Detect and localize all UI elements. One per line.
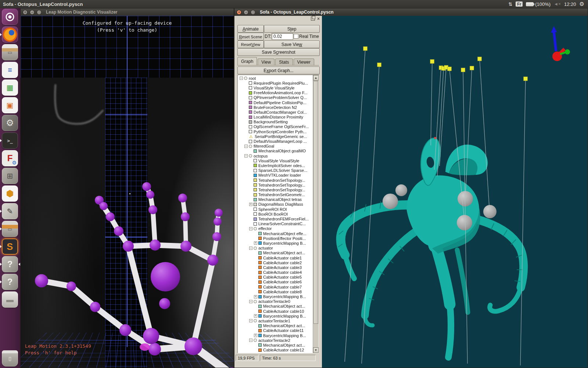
tree-item[interactable]: LinearSolverConstraintC... <box>239 222 313 226</box>
tab-graph[interactable]: Graph <box>237 57 257 66</box>
libreoffice-writer-icon[interactable]: ≡ <box>2 62 18 78</box>
tree-item[interactable]: DefaultVisualManagerLoop ... <box>239 139 313 144</box>
dock-item-terminal[interactable]: >_ <box>0 132 20 149</box>
battery-icon[interactable] <box>526 2 534 6</box>
tree-item[interactable]: −actuatorTentacle0 <box>239 299 313 304</box>
maximize-button[interactable]: □ <box>251 10 255 15</box>
tree-item[interactable]: CableActuator cable4 <box>239 270 313 275</box>
tree-item[interactable]: −effector <box>239 226 313 231</box>
updown-arrows-icon[interactable]: ⇅ <box>508 1 512 7</box>
tree-item[interactable]: MechanicalObject act... <box>239 323 313 328</box>
tree-item[interactable]: BruteForceDetection N2 <box>239 105 313 110</box>
tree-item[interactable]: MeshVTKLoader loader <box>239 173 313 178</box>
tree-item[interactable]: TetrahedronSetTopology... <box>239 187 313 192</box>
tree-scrollbar[interactable]: ▲ ▼ <box>313 75 319 353</box>
tree-expander-icon[interactable]: − <box>244 145 248 148</box>
tree-item[interactable]: MechanicalObject act... <box>239 343 313 347</box>
tree-item[interactable]: SparseLDLSolver Sparse... <box>239 168 313 173</box>
dock-item-freecad[interactable]: F <box>0 149 20 167</box>
undock-panel-icon[interactable] <box>311 17 315 21</box>
tree-item[interactable]: TetrahedronFEMForceFiel... <box>239 216 313 221</box>
unknown-app-1-icon[interactable]: ? <box>2 256 18 272</box>
tree-expander-icon[interactable]: − <box>249 300 252 303</box>
dock-item-archive-manager[interactable]: ▭ <box>0 220 20 238</box>
tab-viewer[interactable]: Viewer <box>294 59 314 66</box>
dock-item-color-hexagon[interactable]: ⬢ <box>0 185 20 202</box>
tree-item[interactable]: CableActuator cable10 <box>239 309 313 314</box>
tree-item[interactable]: CableActuator cable7 <box>239 284 313 289</box>
tree-item[interactable]: VisualStyle VisualStyle <box>239 158 313 163</box>
sofa-titlebar[interactable]: × − □ Sofa - Octopus_LeapControl.pyscn <box>234 8 588 16</box>
dock-item-unknown-app-1[interactable]: ? <box>0 255 20 273</box>
volume-muted-icon[interactable]: ◄× <box>554 1 561 7</box>
tree-item[interactable]: MechanicalObject goalMO <box>239 149 313 153</box>
minimize-button[interactable]: − <box>244 10 248 15</box>
tree-item[interactable]: +BarycentricMapping B... <box>239 241 313 245</box>
tree-expander-icon[interactable]: + <box>249 203 252 206</box>
dock-item-hard-disk[interactable]: ▬ <box>0 291 20 308</box>
archive-manager-icon[interactable]: ▭ <box>2 221 18 237</box>
freecad-icon[interactable]: F <box>2 150 18 166</box>
tree-item[interactable]: −octopus <box>239 153 313 158</box>
tree-item[interactable]: MechanicalObject tetras <box>239 197 313 202</box>
dock-item-workspace-switcher[interactable]: ⊞ <box>0 167 20 185</box>
dock-item-trash[interactable]: ▯ <box>0 350 20 367</box>
tree-item[interactable]: −root <box>239 76 313 81</box>
tree-item[interactable]: BoxROI BoxROI <box>239 212 313 216</box>
maximize-button[interactable]: □ <box>37 10 42 15</box>
leap-3d-view[interactable]: Configured for up-facing device (Press '… <box>21 16 234 368</box>
tree-item[interactable]: −actuatorTentacle2 <box>239 338 313 343</box>
dash-home-icon[interactable] <box>2 9 18 25</box>
tree-expander-icon[interactable]: − <box>244 154 248 158</box>
tree-item[interactable]: −actuator <box>239 246 313 251</box>
tree-expander-icon[interactable]: + <box>254 241 257 245</box>
leap-titlebar[interactable]: × − □ Leap Motion Diagnostic Visualizer <box>21 8 234 16</box>
close-button[interactable]: × <box>237 10 241 15</box>
tree-expander-icon[interactable]: + <box>254 295 257 298</box>
export-graph-button[interactable]: Export Graph... <box>237 67 320 74</box>
tree-expander-icon[interactable]: + <box>254 314 257 318</box>
libreoffice-calc-icon[interactable]: ▦ <box>2 79 18 96</box>
scrollbar-thumb[interactable] <box>313 81 318 324</box>
dock-item-sofa[interactable]: S <box>0 238 20 255</box>
tree-item[interactable]: CableActuator cable12 <box>239 348 313 353</box>
scroll-down-icon[interactable]: ▼ <box>313 347 319 353</box>
dock-item-libreoffice-calc[interactable]: ▦ <box>0 79 20 96</box>
dock-item-system-settings[interactable]: ⚙ <box>0 114 20 132</box>
tree-item[interactable]: MechanicalObject act... <box>239 304 313 309</box>
dock-item-firefox[interactable] <box>0 26 20 43</box>
system-settings-icon[interactable]: ⚙ <box>2 115 18 131</box>
tree-item[interactable]: +BarycentricMapping B... <box>239 314 313 318</box>
session-gear-icon[interactable]: ⚙ <box>580 1 584 7</box>
tree-item[interactable]: VisualStyle VisualStyle <box>239 85 313 90</box>
clock[interactable]: 12:20 <box>564 1 576 7</box>
color-hexagon-icon[interactable]: ⬢ <box>2 185 18 202</box>
tree-item[interactable]: LocalMinDistance Proximity <box>239 115 313 120</box>
tree-item[interactable]: +BarycentricMapping B... <box>239 294 313 299</box>
dock-item-text-editor[interactable]: ✎ <box>0 202 20 220</box>
terminal-icon[interactable]: >_ <box>2 132 18 149</box>
dock-item-dash-home[interactable] <box>0 8 20 26</box>
dock-item-libreoffice-impress[interactable]: ▣ <box>0 96 20 114</box>
dock-item-file-manager[interactable]: ▭ <box>0 43 20 61</box>
tree-item[interactable]: CableActuator cable8 <box>239 289 313 294</box>
workspace-switcher-icon[interactable]: ⊞ <box>2 168 18 184</box>
minimize-button[interactable]: − <box>30 10 35 15</box>
tree-expander-icon[interactable]: − <box>249 339 252 342</box>
reset-scene-button[interactable]: Reset Scene <box>237 33 264 40</box>
tree-item[interactable]: +DiagonalMass DiagMass <box>239 202 313 207</box>
scroll-up-icon[interactable]: ▲ <box>313 75 319 81</box>
tree-item[interactable]: MechanicalObject act... <box>239 251 313 255</box>
tree-item[interactable]: OglSceneFrame OglSceneFr... <box>239 124 313 129</box>
firefox-icon[interactable] <box>2 26 18 43</box>
tree-expander-icon[interactable]: − <box>240 77 243 80</box>
tree-item[interactable]: −actuatorTentacle1 <box>239 318 313 323</box>
animate-button[interactable]: Animate <box>237 25 264 33</box>
tree-item[interactable]: DefaultContactManager Col... <box>239 110 313 114</box>
tree-item[interactable]: ⚠SerialPortBridgeGeneric se... <box>239 134 313 139</box>
tree-item[interactable]: RequiredPlugin RequiredPlu... <box>239 81 313 85</box>
libreoffice-impress-icon[interactable]: ▣ <box>2 97 18 113</box>
hard-disk-icon[interactable]: ▬ <box>2 291 18 308</box>
keyboard-layout-indicator[interactable]: Fr <box>516 1 523 7</box>
tree-item[interactable]: SphereROI ROI <box>239 207 313 212</box>
